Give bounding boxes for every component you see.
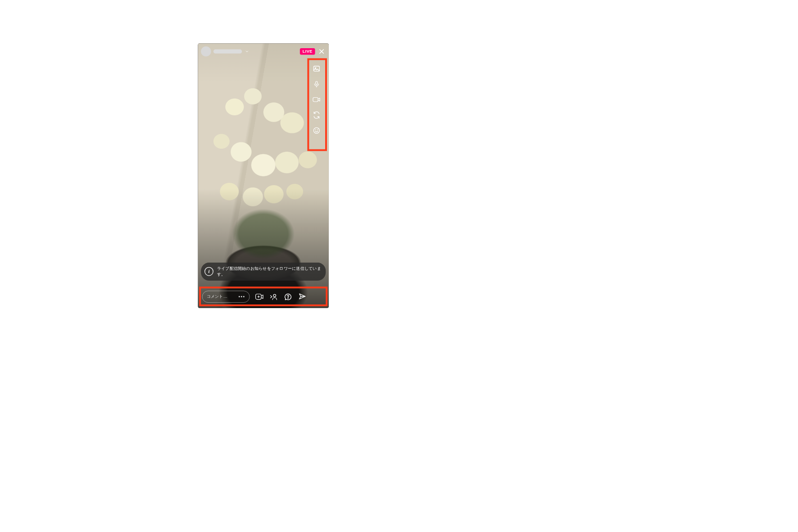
questions-icon[interactable] [284,292,293,301]
svg-point-14 [288,298,288,298]
svg-rect-6 [313,97,318,101]
close-icon[interactable] [317,47,326,55]
video-camera-icon[interactable] [312,95,321,104]
gallery-icon[interactable] [312,64,321,73]
send-icon[interactable] [298,292,307,301]
comment-input[interactable]: コメント… ••• [202,291,250,302]
add-guest-icon[interactable] [255,292,264,301]
side-toolbar [308,61,325,138]
face-effects-icon[interactable] [312,126,321,135]
username-redacted[interactable] [213,49,242,53]
svg-rect-4 [316,81,317,84]
comment-placeholder: コメント… [207,294,227,299]
chevron-down-icon[interactable] [245,49,250,54]
switch-camera-icon[interactable] [312,110,321,119]
svg-rect-2 [313,66,319,71]
live-badge: LIVE [300,48,315,55]
info-banner: i ライブ配信開始のお知らせをフォロワーに送信しています。 [201,263,326,281]
svg-point-13 [273,294,276,297]
info-banner-text: ライブ配信開始のお知らせをフォロワーに送信しています。 [217,265,321,277]
live-header: LIVE [201,46,326,56]
info-icon: i [204,267,213,276]
svg-point-8 [315,130,316,130]
phone-screen: LIVE i ライブ配信開始のお知ら [198,43,329,308]
invite-person-icon[interactable] [269,292,278,301]
microphone-icon[interactable] [312,80,321,89]
svg-point-9 [317,130,318,130]
avatar[interactable] [201,46,211,56]
bottom-bar: コメント… ••• [198,286,329,308]
more-options-icon[interactable]: ••• [238,294,245,299]
